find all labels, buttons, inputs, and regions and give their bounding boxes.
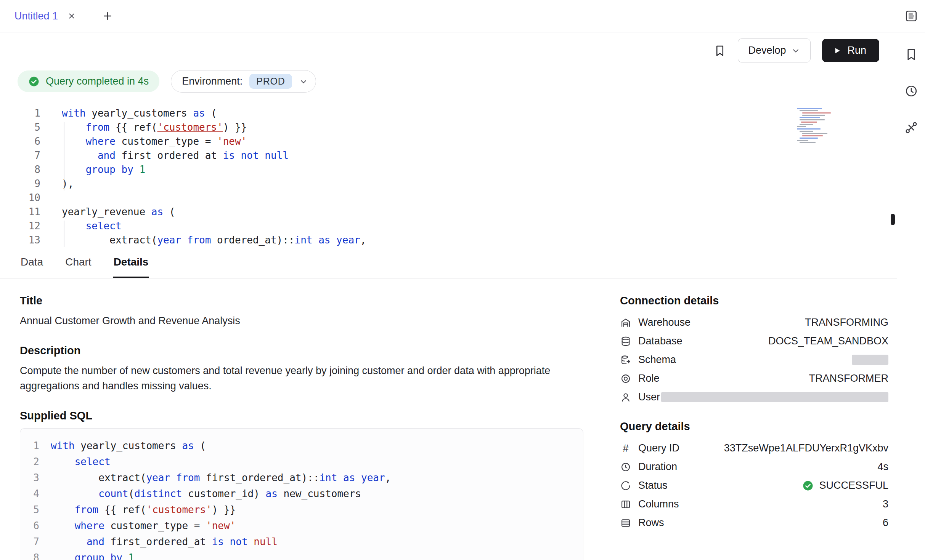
line-number: 10	[0, 191, 40, 205]
code-text: group by 1	[40, 163, 145, 177]
line-number: 5	[0, 120, 40, 134]
detail-value: 3	[883, 498, 888, 510]
code-text: and first_ordered_at is not null	[39, 534, 278, 550]
detail-label: Status	[638, 480, 668, 491]
line-number: 11	[0, 205, 40, 219]
history-icon[interactable]	[904, 84, 918, 98]
develop-dropdown[interactable]: Develop	[738, 38, 811, 62]
spinner-icon	[620, 480, 631, 491]
code-line: 7 and first_ordered_at is not null	[20, 534, 583, 550]
code-line: 5 from {{ ref('customers') }}	[20, 502, 583, 518]
redacted-value	[661, 392, 888, 402]
chevron-down-icon	[791, 46, 800, 55]
line-number: 9	[0, 177, 40, 191]
detail-label: Columns	[638, 498, 679, 510]
sql-editor[interactable]: 1with yearly_customers as (5 from {{ ref…	[0, 102, 897, 247]
role-icon	[620, 373, 631, 384]
run-button[interactable]: Run	[822, 39, 879, 62]
line-number: 7	[0, 149, 40, 163]
code-text: from {{ ref('customers') }}	[40, 120, 247, 134]
bookmarks-icon[interactable]	[904, 48, 918, 61]
code-text: group by 1	[39, 550, 134, 560]
line-number: 6	[0, 134, 40, 149]
code-text: with yearly_customers as (	[40, 106, 217, 120]
close-tab-icon[interactable]	[67, 11, 76, 21]
line-number: 7	[20, 534, 39, 550]
detail-label: Schema	[638, 354, 676, 366]
detail-row: Rows6	[620, 514, 888, 532]
main-toolbar: Develop Run	[0, 32, 897, 69]
panel-list-icon[interactable]	[904, 9, 918, 23]
code-text: yearly_revenue as (	[40, 205, 175, 219]
line-number: 3	[20, 470, 39, 486]
description-heading: Description	[20, 344, 583, 357]
run-label: Run	[847, 45, 866, 56]
detail-value: 6	[883, 517, 888, 529]
new-tab-button[interactable]	[88, 0, 127, 32]
detail-row: Duration4s	[620, 458, 888, 476]
play-icon	[832, 46, 842, 56]
clock-icon	[620, 462, 631, 472]
detail-row: DatabaseDOCS_TEAM_SANDBOX	[620, 332, 888, 350]
tab-chart[interactable]: Chart	[64, 247, 92, 278]
code-text: and first_ordered_at is not null	[40, 149, 289, 163]
editor-code: 1with yearly_customers as (5 from {{ ref…	[0, 106, 897, 247]
check-circle-icon	[28, 76, 40, 87]
code-text: where customer_type = 'new'	[39, 518, 236, 534]
code-line: 11yearly_revenue as (	[0, 205, 897, 219]
detail-label: Database	[638, 335, 683, 347]
line-number: 13	[0, 233, 40, 247]
code-text: count(distinct customer_id) as new_custo…	[39, 486, 361, 502]
supplied-sql-heading: Supplied SQL	[20, 410, 583, 422]
detail-row: Columns3	[620, 495, 888, 514]
details-panel: Title Annual Customer Growth and Revenue…	[0, 278, 897, 560]
line-number: 6	[20, 518, 39, 534]
tab-data[interactable]: Data	[20, 247, 44, 278]
editor-scrollbar[interactable]	[891, 214, 895, 225]
code-line: 5 from {{ ref('customers') }}	[0, 120, 897, 134]
hash-icon: #	[620, 443, 631, 454]
tab-untitled-1[interactable]: Untitled 1	[0, 0, 88, 32]
supplied-sql-block: 1with yearly_customers as (2 select3 ext…	[20, 428, 583, 560]
code-line: 13 extract(year from ordered_at)::int as…	[0, 233, 897, 247]
environment-selector[interactable]: Environment: PROD	[171, 70, 316, 93]
editor-minimap[interactable]	[797, 108, 843, 144]
bookmark-icon[interactable]	[713, 44, 726, 57]
code-line: 8 group by 1	[0, 163, 897, 177]
tab-details[interactable]: Details	[113, 247, 149, 278]
code-text: from {{ ref('customers') }}	[39, 502, 236, 518]
tab-title: Untitled 1	[14, 10, 58, 22]
code-line: 6 where customer_type = 'new'	[20, 518, 583, 534]
detail-label: Query ID	[638, 442, 679, 454]
develop-label: Develop	[748, 45, 786, 56]
detail-value: DOCS_TEAM_SANDBOX	[768, 335, 888, 347]
plus-icon	[102, 10, 113, 22]
detail-value: TRANSFORMING	[805, 317, 888, 328]
detail-row: RoleTRANSFORMER	[620, 369, 888, 388]
code-line: 1with yearly_customers as (	[0, 106, 897, 120]
check-circle-icon	[802, 480, 814, 491]
line-number: 5	[20, 502, 39, 518]
description-value: Compute the number of new customers and …	[20, 363, 583, 394]
code-line: 12 select	[0, 219, 897, 233]
results-tab-bar: DataChartDetails	[0, 247, 897, 278]
code-line: 9),	[0, 177, 897, 191]
connection-details-rows: WarehouseTRANSFORMINGDatabaseDOCS_TEAM_S…	[620, 313, 888, 406]
detail-value: 33TZseWpe1ALFDUYerxR1gVKxbv	[724, 442, 888, 454]
lineage-icon[interactable]	[904, 121, 918, 134]
line-number: 2	[20, 454, 39, 470]
code-text: with yearly_customers as (	[39, 438, 206, 454]
warehouse-icon	[620, 317, 631, 328]
line-number: 1	[0, 106, 40, 120]
code-text: where customer_type = 'new'	[40, 134, 247, 149]
indent-guide	[64, 122, 64, 190]
code-line: 7 and first_ordered_at is not null	[0, 149, 897, 163]
status-bar: Query completed in 4s Environment: PROD	[0, 69, 897, 102]
code-text: extract(year from first_ordered_at)::int…	[39, 470, 391, 486]
code-text: select	[39, 454, 111, 470]
detail-row: WarehouseTRANSFORMING	[620, 313, 888, 332]
title-value: Annual Customer Growth and Revenue Analy…	[20, 313, 583, 328]
line-number: 8	[20, 550, 39, 560]
code-line: 6 where customer_type = 'new'	[0, 134, 897, 149]
code-text: ),	[40, 177, 74, 191]
